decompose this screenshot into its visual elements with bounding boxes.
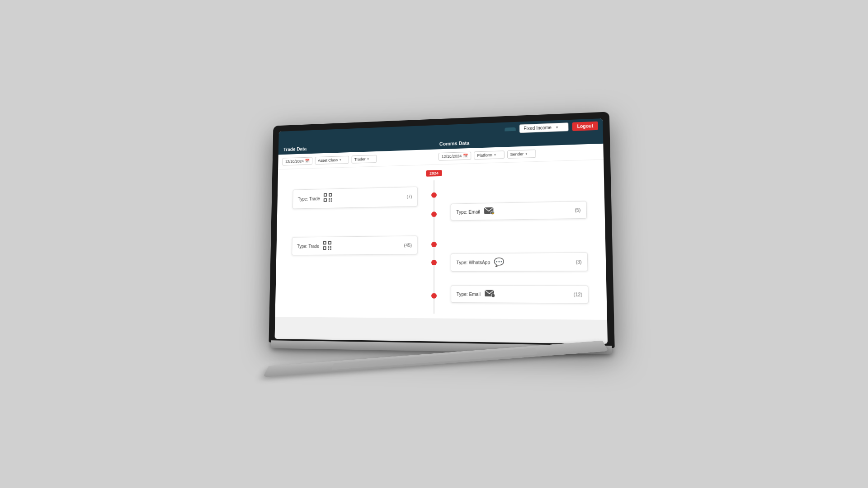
svg-rect-20 [330, 246, 332, 248]
screen-bezel: Fixed Income Logout Trade Data 12/10/202… [275, 118, 608, 344]
svg-rect-5 [325, 199, 326, 201]
trade-card-1[interactable]: Type: Trade [292, 186, 418, 209]
trade-card-1-count: (7) [406, 194, 412, 199]
svg-point-24 [491, 293, 495, 297]
svg-rect-9 [331, 200, 332, 202]
timeline-area: 2024 Type: Trade [275, 160, 607, 319]
timeline-dot-2 [431, 211, 437, 217]
nav-tab-inactive [505, 127, 515, 131]
trade-date-value: 12/10/2024 [285, 159, 304, 164]
year-badge: 2024 [426, 170, 442, 177]
email-icon-2 [484, 289, 495, 299]
platform-select[interactable]: Platform [474, 150, 504, 160]
timeline-dot-1 [431, 192, 437, 197]
whatsapp-card-1-count: (3) [576, 259, 581, 264]
email-card-1-label: Type: Email [456, 209, 480, 214]
trade-date-input[interactable]: 12/10/2024 📅 [282, 157, 312, 165]
svg-rect-19 [328, 246, 330, 248]
calendar-icon-comms: 📅 [463, 153, 468, 158]
email-icon-1: 🔒 [484, 206, 495, 216]
svg-rect-22 [330, 248, 331, 249]
svg-rect-18 [324, 247, 326, 249]
email-card-2-label: Type: Email [457, 291, 481, 296]
laptop-screen-outer: Fixed Income Logout Trade Data 12/10/202… [269, 112, 614, 348]
trade-card-2-label: Type: Trade [297, 244, 319, 249]
asset-class-select[interactable]: Asset Class [315, 155, 349, 164]
whatsapp-icon: 💬 [494, 257, 504, 267]
svg-rect-3 [330, 194, 331, 196]
svg-rect-7 [331, 198, 332, 199]
logout-button[interactable]: Logout [572, 121, 598, 131]
trade-card-1-label: Type: Trade [298, 196, 320, 202]
svg-rect-6 [329, 198, 330, 199]
svg-text:🔒: 🔒 [492, 211, 495, 215]
email-card-2-count: (12) [574, 291, 582, 297]
asset-class-dropdown[interactable]: Fixed Income [519, 122, 569, 133]
screen-content: Fixed Income Logout Trade Data 12/10/202… [275, 118, 608, 344]
svg-rect-14 [324, 242, 326, 244]
whatsapp-card-1-label: Type: WhatsApp [457, 259, 491, 265]
comms-date-value: 12/10/2024 [442, 154, 462, 159]
svg-rect-16 [329, 242, 331, 244]
trade-card-2-count: (45) [404, 242, 412, 247]
svg-rect-21 [328, 248, 330, 249]
sender-select[interactable]: Sender [507, 149, 536, 158]
timeline-dot-3 [431, 241, 437, 247]
comms-date-input[interactable]: 12/10/2024 📅 [439, 151, 471, 160]
trader-select[interactable]: Trader [351, 155, 377, 163]
svg-rect-1 [325, 194, 326, 196]
trade-icon-1 [323, 192, 333, 204]
email-card-1[interactable]: Type: Email 🔒 (5) [450, 201, 587, 221]
whatsapp-card-1[interactable]: Type: WhatsApp 💬 (3) [451, 252, 588, 272]
calendar-icon: 📅 [305, 159, 310, 163]
timeline-dot-4 [431, 259, 437, 265]
email-card-1-count: (5) [575, 207, 580, 212]
laptop-container: Fixed Income Logout Trade Data 12/10/202… [262, 117, 606, 371]
timeline-dot-5 [431, 293, 437, 298]
svg-rect-8 [329, 200, 330, 202]
trade-icon-2 [323, 240, 332, 251]
email-card-2[interactable]: Type: Email (12) [451, 285, 589, 303]
trade-card-2[interactable]: Type: Trade [292, 235, 418, 255]
